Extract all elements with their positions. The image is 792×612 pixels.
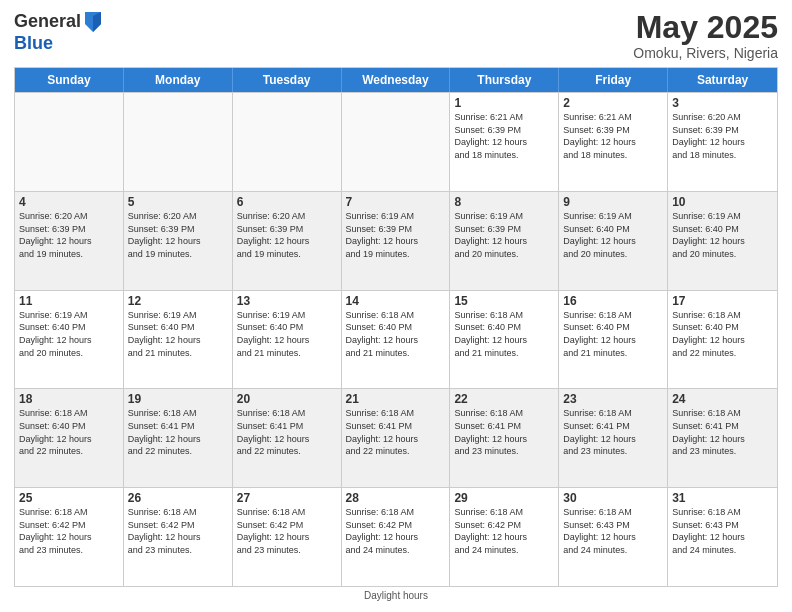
calendar-cell: 10Sunrise: 6:19 AM Sunset: 6:40 PM Dayli… [668,192,777,290]
weekday-header: Sunday [15,68,124,92]
day-info: Sunrise: 6:19 AM Sunset: 6:39 PM Dayligh… [454,210,554,260]
day-number: 16 [563,294,663,308]
day-info: Sunrise: 6:18 AM Sunset: 6:42 PM Dayligh… [128,506,228,556]
day-number: 9 [563,195,663,209]
calendar-cell: 20Sunrise: 6:18 AM Sunset: 6:41 PM Dayli… [233,389,342,487]
day-number: 24 [672,392,773,406]
weekday-header: Thursday [450,68,559,92]
day-info: Sunrise: 6:19 AM Sunset: 6:40 PM Dayligh… [672,210,773,260]
calendar-cell: 26Sunrise: 6:18 AM Sunset: 6:42 PM Dayli… [124,488,233,586]
weekday-header: Tuesday [233,68,342,92]
calendar-cell: 24Sunrise: 6:18 AM Sunset: 6:41 PM Dayli… [668,389,777,487]
calendar-cell: 27Sunrise: 6:18 AM Sunset: 6:42 PM Dayli… [233,488,342,586]
calendar-cell: 28Sunrise: 6:18 AM Sunset: 6:42 PM Dayli… [342,488,451,586]
calendar-cell: 21Sunrise: 6:18 AM Sunset: 6:41 PM Dayli… [342,389,451,487]
day-number: 18 [19,392,119,406]
day-number: 30 [563,491,663,505]
day-info: Sunrise: 6:21 AM Sunset: 6:39 PM Dayligh… [454,111,554,161]
day-number: 21 [346,392,446,406]
day-number: 13 [237,294,337,308]
day-info: Sunrise: 6:19 AM Sunset: 6:40 PM Dayligh… [237,309,337,359]
calendar-body: 1Sunrise: 6:21 AM Sunset: 6:39 PM Daylig… [15,92,777,586]
calendar-cell: 6Sunrise: 6:20 AM Sunset: 6:39 PM Daylig… [233,192,342,290]
calendar-cell: 31Sunrise: 6:18 AM Sunset: 6:43 PM Dayli… [668,488,777,586]
day-number: 3 [672,96,773,110]
day-info: Sunrise: 6:18 AM Sunset: 6:41 PM Dayligh… [672,407,773,457]
page: General Blue May 2025 Omoku, Rivers, Nig… [0,0,792,612]
calendar-cell: 19Sunrise: 6:18 AM Sunset: 6:41 PM Dayli… [124,389,233,487]
calendar-cell: 1Sunrise: 6:21 AM Sunset: 6:39 PM Daylig… [450,93,559,191]
day-number: 8 [454,195,554,209]
calendar-cell: 13Sunrise: 6:19 AM Sunset: 6:40 PM Dayli… [233,291,342,389]
day-number: 22 [454,392,554,406]
calendar-cell [342,93,451,191]
day-info: Sunrise: 6:19 AM Sunset: 6:39 PM Dayligh… [346,210,446,260]
day-number: 14 [346,294,446,308]
day-info: Sunrise: 6:19 AM Sunset: 6:40 PM Dayligh… [563,210,663,260]
day-number: 17 [672,294,773,308]
logo-icon [83,10,103,34]
day-info: Sunrise: 6:18 AM Sunset: 6:40 PM Dayligh… [346,309,446,359]
calendar-week: 25Sunrise: 6:18 AM Sunset: 6:42 PM Dayli… [15,487,777,586]
day-number: 31 [672,491,773,505]
calendar-cell: 25Sunrise: 6:18 AM Sunset: 6:42 PM Dayli… [15,488,124,586]
weekday-header: Wednesday [342,68,451,92]
calendar-cell [124,93,233,191]
calendar-week: 18Sunrise: 6:18 AM Sunset: 6:40 PM Dayli… [15,388,777,487]
day-number: 23 [563,392,663,406]
month-title: May 2025 [633,10,778,45]
day-info: Sunrise: 6:18 AM Sunset: 6:41 PM Dayligh… [128,407,228,457]
day-info: Sunrise: 6:20 AM Sunset: 6:39 PM Dayligh… [672,111,773,161]
day-number: 25 [19,491,119,505]
day-info: Sunrise: 6:20 AM Sunset: 6:39 PM Dayligh… [237,210,337,260]
day-info: Sunrise: 6:18 AM Sunset: 6:41 PM Dayligh… [454,407,554,457]
day-number: 6 [237,195,337,209]
calendar-cell: 9Sunrise: 6:19 AM Sunset: 6:40 PM Daylig… [559,192,668,290]
day-info: Sunrise: 6:18 AM Sunset: 6:41 PM Dayligh… [237,407,337,457]
calendar-cell: 17Sunrise: 6:18 AM Sunset: 6:40 PM Dayli… [668,291,777,389]
day-number: 15 [454,294,554,308]
day-number: 2 [563,96,663,110]
day-info: Sunrise: 6:18 AM Sunset: 6:41 PM Dayligh… [346,407,446,457]
day-number: 11 [19,294,119,308]
day-info: Sunrise: 6:19 AM Sunset: 6:40 PM Dayligh… [128,309,228,359]
day-info: Sunrise: 6:18 AM Sunset: 6:40 PM Dayligh… [563,309,663,359]
calendar-cell: 16Sunrise: 6:18 AM Sunset: 6:40 PM Dayli… [559,291,668,389]
calendar-cell: 7Sunrise: 6:19 AM Sunset: 6:39 PM Daylig… [342,192,451,290]
calendar-cell: 29Sunrise: 6:18 AM Sunset: 6:42 PM Dayli… [450,488,559,586]
day-info: Sunrise: 6:19 AM Sunset: 6:40 PM Dayligh… [19,309,119,359]
calendar-cell: 15Sunrise: 6:18 AM Sunset: 6:40 PM Dayli… [450,291,559,389]
calendar-cell: 3Sunrise: 6:20 AM Sunset: 6:39 PM Daylig… [668,93,777,191]
day-info: Sunrise: 6:18 AM Sunset: 6:42 PM Dayligh… [237,506,337,556]
logo-blue: Blue [14,33,53,53]
day-number: 10 [672,195,773,209]
calendar-cell: 4Sunrise: 6:20 AM Sunset: 6:39 PM Daylig… [15,192,124,290]
day-number: 19 [128,392,228,406]
day-info: Sunrise: 6:18 AM Sunset: 6:40 PM Dayligh… [454,309,554,359]
day-number: 1 [454,96,554,110]
calendar-cell: 2Sunrise: 6:21 AM Sunset: 6:39 PM Daylig… [559,93,668,191]
calendar-cell: 22Sunrise: 6:18 AM Sunset: 6:41 PM Dayli… [450,389,559,487]
logo: General Blue [14,10,103,54]
title-block: May 2025 Omoku, Rivers, Nigeria [633,10,778,61]
calendar-header: SundayMondayTuesdayWednesdayThursdayFrid… [15,68,777,92]
day-info: Sunrise: 6:21 AM Sunset: 6:39 PM Dayligh… [563,111,663,161]
calendar-cell [15,93,124,191]
day-info: Sunrise: 6:20 AM Sunset: 6:39 PM Dayligh… [19,210,119,260]
calendar-week: 11Sunrise: 6:19 AM Sunset: 6:40 PM Dayli… [15,290,777,389]
calendar-cell: 8Sunrise: 6:19 AM Sunset: 6:39 PM Daylig… [450,192,559,290]
calendar-cell: 5Sunrise: 6:20 AM Sunset: 6:39 PM Daylig… [124,192,233,290]
calendar-cell: 30Sunrise: 6:18 AM Sunset: 6:43 PM Dayli… [559,488,668,586]
day-info: Sunrise: 6:18 AM Sunset: 6:43 PM Dayligh… [563,506,663,556]
day-number: 26 [128,491,228,505]
header: General Blue May 2025 Omoku, Rivers, Nig… [14,10,778,61]
day-number: 4 [19,195,119,209]
calendar-cell: 12Sunrise: 6:19 AM Sunset: 6:40 PM Dayli… [124,291,233,389]
weekday-header: Monday [124,68,233,92]
calendar: SundayMondayTuesdayWednesdayThursdayFrid… [14,67,778,587]
day-info: Sunrise: 6:18 AM Sunset: 6:41 PM Dayligh… [563,407,663,457]
day-info: Sunrise: 6:18 AM Sunset: 6:42 PM Dayligh… [454,506,554,556]
day-info: Sunrise: 6:18 AM Sunset: 6:42 PM Dayligh… [19,506,119,556]
day-number: 5 [128,195,228,209]
day-number: 27 [237,491,337,505]
